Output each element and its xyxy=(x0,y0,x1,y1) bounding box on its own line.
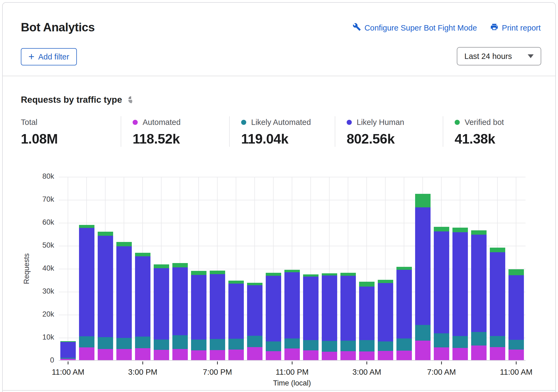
bar-segment xyxy=(340,341,356,351)
bar-segment xyxy=(266,341,281,351)
bar-24-1100am[interactable] xyxy=(507,177,526,360)
bar-segment xyxy=(247,283,262,285)
x-tick-label: 3:00 AM xyxy=(352,368,381,377)
bar-21-800am[interactable] xyxy=(451,177,470,360)
bar-segment xyxy=(135,253,150,256)
stacked-bar xyxy=(471,230,487,360)
print-report-link[interactable]: Print report xyxy=(490,23,541,33)
add-filter-button[interactable]: + Add filter xyxy=(21,48,77,65)
bar-segment xyxy=(434,347,449,360)
bar-segment xyxy=(396,270,412,338)
bar-segment xyxy=(60,342,76,358)
bar-10-900pm[interactable] xyxy=(245,177,264,360)
x-tick xyxy=(292,361,293,364)
bar-segment xyxy=(508,275,524,340)
stat-card-likely-automated[interactable]: Likely Automated 119.04k xyxy=(229,116,335,147)
bar-segment xyxy=(210,339,225,350)
bar-segment xyxy=(266,276,281,341)
y-tick-label: 10k xyxy=(42,333,54,341)
stat-label: Total xyxy=(21,118,121,127)
bar-segment xyxy=(434,333,449,347)
stat-card-automated[interactable]: Automated 118.52k xyxy=(121,116,229,147)
stacked-bar xyxy=(452,228,468,360)
bar-19-600am[interactable] xyxy=(413,177,432,360)
stat-card-likely-human[interactable]: Likely Human 802.56k xyxy=(335,116,443,147)
bar-6-500pm[interactable] xyxy=(171,177,189,360)
bar-segment xyxy=(98,232,113,236)
bar-segment xyxy=(191,271,206,275)
stat-label-row: Likely Human xyxy=(347,118,443,127)
bar-0-1100am[interactable] xyxy=(59,177,77,360)
bar-segment xyxy=(154,264,169,268)
bar-segment xyxy=(471,332,487,346)
bar-segment xyxy=(79,336,94,348)
bar-segment xyxy=(396,267,412,270)
bar-segment xyxy=(340,351,356,360)
stat-value: 41.38k xyxy=(455,131,547,147)
bar-segment xyxy=(378,283,393,341)
bar-4-300pm[interactable] xyxy=(133,177,152,360)
bar-segment xyxy=(378,351,393,360)
y-axis-labels: 010k20k30k40k50k60k70k80k xyxy=(3,177,54,361)
bar-14-100am[interactable] xyxy=(320,177,339,360)
stat-label-row: Automated xyxy=(133,118,229,127)
y-tick-label: 0 xyxy=(50,356,54,364)
plot-area xyxy=(59,177,526,361)
bar-22-900am[interactable] xyxy=(470,177,488,360)
stat-value: 119.04k xyxy=(241,131,335,147)
configure-super-bot-fight-mode-link[interactable]: Configure Super Bot Fight Mode xyxy=(353,23,477,33)
bar-segment xyxy=(135,348,150,360)
bar-2-100pm[interactable] xyxy=(96,177,115,360)
stat-card-verified-bot[interactable]: Verified bot 41.38k xyxy=(443,116,547,147)
bar-1-1200pm[interactable] xyxy=(77,177,96,360)
y-tick-label: 50k xyxy=(42,241,54,250)
stacked-bar xyxy=(396,267,412,360)
bar-23-1000am[interactable] xyxy=(488,177,507,360)
bar-7-600pm[interactable] xyxy=(189,177,208,360)
bar-segment xyxy=(154,268,169,340)
stat-dot-3 xyxy=(347,120,352,125)
stacked-bar xyxy=(434,227,449,360)
bar-segment xyxy=(154,350,169,360)
bar-8-700pm[interactable] xyxy=(208,177,227,360)
bar-16-300am[interactable] xyxy=(357,177,376,360)
bar-segment xyxy=(79,225,94,228)
bar-15-200am[interactable] xyxy=(339,177,357,360)
bar-11-1000pm[interactable] xyxy=(264,177,283,360)
bar-segment xyxy=(378,280,393,283)
bar-segment xyxy=(79,228,94,336)
bar-segment xyxy=(359,351,375,360)
stacked-bar xyxy=(378,280,393,360)
stats-row: Total 1.08M Automated 118.52k Likely Aut… xyxy=(21,116,547,147)
bar-segment xyxy=(191,340,206,351)
stat-value: 1.08M xyxy=(21,131,121,147)
configure-link-label: Configure Super Bot Fight Mode xyxy=(365,24,477,32)
x-tick xyxy=(217,361,218,364)
bar-segment xyxy=(135,337,150,348)
bar-12-1100pm[interactable] xyxy=(283,177,301,360)
bar-18-500am[interactable] xyxy=(395,177,413,360)
x-tick-label: 11:00 AM xyxy=(52,368,84,377)
bar-segment xyxy=(359,287,375,340)
bar-segment xyxy=(116,338,132,349)
bar-segment xyxy=(284,338,300,348)
bar-9-800pm[interactable] xyxy=(227,177,245,360)
bar-segment xyxy=(228,339,244,350)
bar-segment xyxy=(210,274,225,339)
bar-segment xyxy=(415,341,431,360)
requests-by-traffic-type-chart: Requests 010k20k30k40k50k60k70k80k 11:00… xyxy=(3,177,555,390)
bar-13-1200am[interactable] xyxy=(301,177,320,360)
bottom-divider xyxy=(2,390,556,391)
bar-20-700am[interactable] xyxy=(432,177,451,360)
stacked-bar xyxy=(415,194,431,360)
bar-5-400pm[interactable] xyxy=(152,177,171,360)
x-tick xyxy=(142,361,143,364)
x-axis-title: Time (local) xyxy=(273,379,311,387)
bar-segment xyxy=(415,207,431,325)
bar-17-400am[interactable] xyxy=(376,177,395,360)
page-title: Bot Analytics xyxy=(21,21,95,34)
stat-label: Verified bot xyxy=(465,118,504,127)
time-range-select[interactable]: Last 24 hours xyxy=(457,47,541,65)
bar-segment xyxy=(79,347,94,360)
bar-3-200pm[interactable] xyxy=(115,177,133,360)
